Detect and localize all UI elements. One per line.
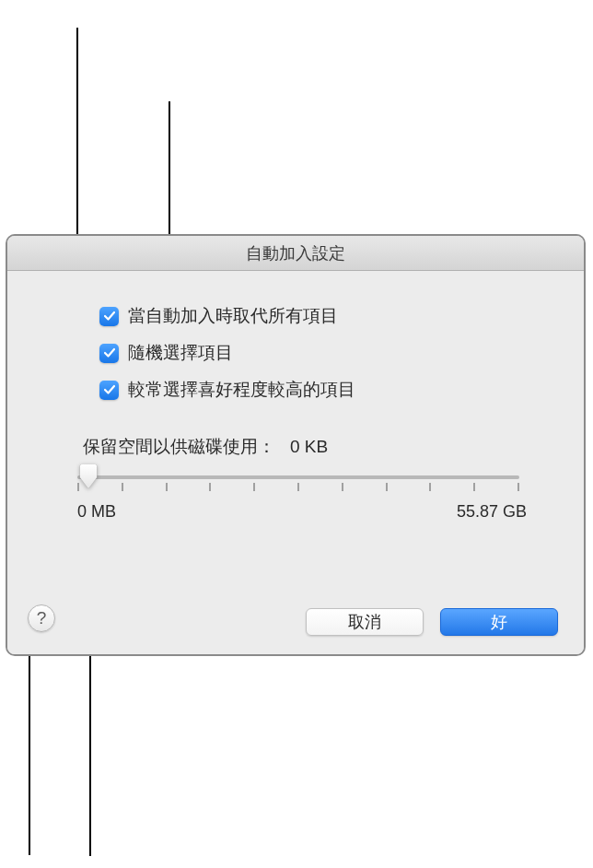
checkbox-label: 當自動加入時取代所有項目	[128, 304, 338, 328]
checkbox-checked-icon[interactable]	[99, 307, 119, 326]
checkbox-group: 當自動加入時取代所有項目 隨機選擇項目 較常選擇喜好程度較高的項目	[99, 304, 547, 402]
dialog-titlebar: 自動加入設定	[7, 236, 584, 271]
reserve-value: 0 KB	[290, 437, 328, 457]
checkbox-label: 隨機選擇項目	[128, 341, 233, 365]
checkbox-row-prefer-higher-rated[interactable]: 較常選擇喜好程度較高的項目	[99, 378, 547, 402]
dialog-title: 自動加入設定	[246, 242, 345, 264]
ok-button[interactable]: 好	[440, 608, 558, 636]
help-button[interactable]: ?	[28, 604, 55, 632]
reserve-label: 保留空間以供磁碟使用：	[83, 435, 275, 459]
checkbox-row-replace-all[interactable]: 當自動加入時取代所有項目	[99, 304, 547, 328]
reserve-space-section: 保留空間以供磁碟使用： 0 KB	[83, 435, 547, 522]
checkbox-checked-icon[interactable]	[99, 381, 119, 400]
dialog-button-row: 取消 好	[306, 608, 558, 636]
dialog-body: 當自動加入時取代所有項目 隨機選擇項目 較常選擇喜好程度較高的項目 保留空間以供	[7, 271, 584, 654]
reserve-label-row: 保留空間以供磁碟使用： 0 KB	[83, 435, 547, 459]
slider-track	[77, 475, 519, 479]
reserve-space-slider[interactable]	[77, 475, 519, 491]
slider-range-labels: 0 MB 55.87 GB	[77, 502, 527, 522]
cancel-button[interactable]: 取消	[306, 608, 424, 636]
slider-max-label: 55.87 GB	[457, 502, 527, 522]
checkbox-label: 較常選擇喜好程度較高的項目	[128, 378, 355, 402]
help-icon: ?	[37, 608, 47, 628]
autofill-settings-dialog: 自動加入設定 當自動加入時取代所有項目 隨機選擇項目	[6, 234, 586, 656]
checkbox-row-random-select[interactable]: 隨機選擇項目	[99, 341, 547, 365]
slider-min-label: 0 MB	[77, 502, 116, 522]
checkbox-checked-icon[interactable]	[99, 344, 119, 363]
slider-ticks	[77, 483, 519, 491]
slider-thumb[interactable]	[77, 464, 99, 490]
